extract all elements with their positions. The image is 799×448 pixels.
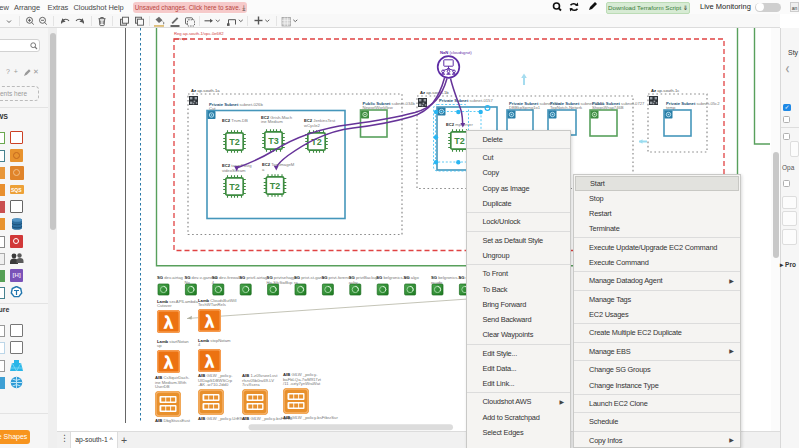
svg-text:ecude: ecude (431, 280, 443, 285)
svg-text:T2: T2 (454, 136, 465, 146)
svg-text:Lamb startNotan: Lamb startNotan (157, 339, 189, 344)
svg-text:SG privtl-airtag: SG privtl-airtag (239, 275, 268, 280)
svg-text:SG privt-forensr: SG privt-forensr (321, 275, 351, 280)
svg-text:SG dev-firewalrt: SG dev-firewalrt (212, 275, 243, 280)
svg-text:UserDB: UserDB (155, 384, 170, 389)
svg-text:Ha-SfvSwBvp: Ha-SfvSwBvp (267, 280, 294, 285)
svg-text:awsvpc: awsvpc (174, 36, 188, 41)
svg-text:achy: achy (349, 280, 359, 285)
svg-text:Az ap-south-1c: Az ap-south-1c (651, 88, 679, 93)
svg-text:NeworlWorkflow: NeworlWorkflow (363, 105, 394, 110)
svg-text:T2: T2 (229, 137, 240, 147)
svg-text:Cut: Cut (209, 106, 216, 111)
svg-text:AIB GILW _policy-bsFtbsrSur: AIB GILW _policy-bsFtbsrSur (283, 415, 338, 420)
svg-text:No: No (184, 280, 190, 285)
svg-text:AIB GILW _policy-UrE9r7: AIB GILW _policy-UrE9r7 (198, 416, 246, 421)
svg-text:EC2 mpserver: EC2 mpserver (446, 122, 473, 127)
svg-text:videoStream: videoStream (222, 168, 246, 173)
svg-text:Az ap-south-1b: Az ap-south-1b (420, 90, 449, 95)
svg-text:NaN (cloudsgrut): NaN (cloudsgrut) (440, 50, 472, 55)
svg-text:TopNotch-Netwrk: TopNotch-Netwrk (550, 105, 583, 110)
svg-text:ine Medium: ine Medium (261, 119, 283, 124)
svg-text:SG algo: SG algo (404, 275, 420, 280)
svg-text:Lamb stopNotam: Lamb stopNotam (198, 338, 231, 343)
svg-text:Private Subnet subnet-026b: Private Subnet subnet-026b (209, 102, 263, 107)
svg-text:4: 4 (198, 342, 201, 347)
svg-text:7cvXsera: 7cvXsera (242, 382, 260, 387)
svg-text:Private Subnet subnet-0157: Private Subnet subnet-0157 (439, 98, 493, 103)
svg-text:SG dev-airtag: SG dev-airtag (157, 275, 184, 280)
svg-text:T2: T2 (229, 182, 240, 192)
svg-text:TechWTanRels: TechWTanRels (198, 302, 226, 307)
svg-text:up: up (157, 343, 162, 348)
svg-text:ShopsWrap746B: ShopsWrap746B (592, 105, 624, 110)
svg-text:-AK -w710-2dd0: -AK -w710-2dd0 (198, 382, 229, 387)
svg-text:T2: T2 (270, 181, 281, 191)
svg-text:Az ap-south-1a: Az ap-south-1a (191, 88, 220, 93)
svg-text:EC2 Trsm-DB: EC2 Trsm-DB (222, 118, 248, 123)
svg-text:AIB DbgStussEust: AIB DbgStussEust (155, 418, 191, 423)
svg-text:/11 -vzty7ynWraWat: /11 -vzty7ynWraWat (283, 381, 321, 386)
svg-text:temp: temp (666, 105, 676, 110)
svg-text:T3: T3 (268, 136, 279, 146)
svg-text:DBBkpSprng1o1: DBBkpSprng1o1 (509, 105, 541, 110)
svg-text:Cutover: Cutover (157, 303, 172, 308)
svg-text:wCycle2: wCycle2 (304, 123, 320, 128)
